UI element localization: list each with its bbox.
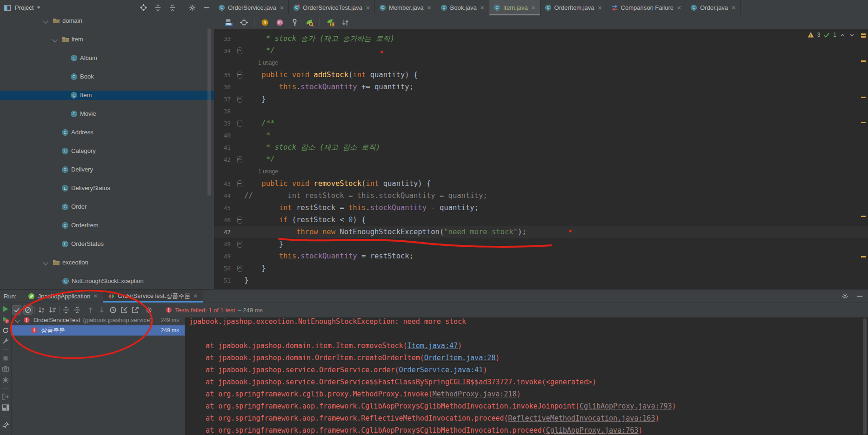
run-config-button[interactable] (1, 337, 10, 345)
tab-close-icon[interactable]: ✕ (366, 5, 370, 11)
chevron-down-icon[interactable] (15, 317, 20, 323)
prev-problem-icon[interactable] (840, 32, 846, 38)
warning-stripe-mark[interactable] (861, 36, 866, 38)
run-tab-1[interactable]: JpashopApplication✕ (23, 290, 103, 303)
editor-tab-orderitem-java[interactable]: COrderItem.java✕ (541, 0, 607, 15)
tree-item-album[interactable]: CAlbum (0, 53, 214, 63)
collapse-all-button[interactable] (167, 3, 177, 13)
editor-tab-orderservicetest-java[interactable]: COrderServiceTest.java✕ (289, 0, 375, 15)
auto-rerun-button[interactable] (1, 327, 10, 334)
ddl-button[interactable]: DDL (224, 18, 234, 27)
tab-close-icon[interactable]: ✕ (531, 5, 535, 11)
expand-all-button[interactable] (153, 3, 162, 13)
next-failed-button[interactable] (97, 305, 107, 315)
export-results-button[interactable] (131, 305, 140, 315)
warning-stripe-mark[interactable] (861, 60, 866, 62)
hide-button[interactable] (855, 291, 864, 301)
fold-marker-icon[interactable] (237, 96, 242, 103)
tree-item-orderstatus[interactable]: EOrderStatus (0, 239, 214, 249)
debug-bug-button[interactable] (1, 376, 10, 383)
stacktrace-link[interactable]: Item.java:47 (407, 342, 458, 350)
stacktrace-link[interactable]: OrderItem.java:28 (424, 354, 496, 362)
fold-marker-icon[interactable] (237, 180, 242, 187)
usage-hint[interactable]: 1 usage (214, 165, 868, 178)
tab-close-icon[interactable]: ✕ (193, 293, 198, 299)
sort-list-button[interactable] (48, 305, 57, 315)
tree-item-deliverystatus[interactable]: EDeliveryStatus (0, 184, 214, 193)
tree-item-address[interactable]: CAddress (0, 128, 214, 137)
console-scrollbar[interactable] (863, 318, 867, 435)
fold-marker-icon[interactable] (237, 47, 242, 54)
expand-all-button[interactable] (61, 305, 71, 315)
tab-close-icon[interactable]: ✕ (93, 293, 98, 299)
locate-button[interactable] (139, 3, 148, 13)
sort-alpha-button[interactable]: az (37, 305, 46, 315)
warning-stripe-mark[interactable] (861, 97, 866, 98)
method-button[interactable]: m (275, 18, 284, 27)
entity-table-button[interactable] (326, 18, 335, 27)
fold-marker-icon[interactable] (237, 120, 242, 127)
test-tree-item-2[interactable]: 상품주문249 ms (11, 325, 185, 336)
settings-button[interactable] (840, 291, 849, 301)
jpa-console-button[interactable] (239, 18, 248, 27)
jpql-search-button[interactable] (305, 18, 314, 27)
tab-close-icon[interactable]: ✕ (677, 5, 681, 11)
tab-close-icon[interactable]: ✕ (731, 5, 736, 11)
rerun-button[interactable] (1, 305, 10, 313)
chevron-down-icon[interactable] (37, 7, 40, 9)
attribute-button[interactable]: a (260, 18, 269, 27)
stacktrace-link[interactable]: CglibAopProxy.java:793 (580, 402, 672, 410)
rerun-failed-button[interactable] (1, 316, 10, 323)
layout-button[interactable] (1, 404, 10, 411)
editor-tab-order-java[interactable]: COrder.java✕ (686, 0, 741, 15)
fold-marker-icon[interactable] (237, 156, 242, 163)
chevron-down-icon[interactable] (43, 260, 48, 265)
tree-item-orderitem[interactable]: COrderItem (0, 221, 214, 230)
run-tab-2[interactable]: OrderServiceTest.상품주문✕ (103, 290, 203, 303)
stacktrace-link[interactable]: CglibAopProxy.java:763 (546, 426, 639, 435)
tree-item-notenoughstockexception[interactable]: CNotEnoughStockException (0, 277, 214, 286)
fold-marker-icon[interactable] (237, 72, 242, 79)
settings-button[interactable] (187, 3, 197, 13)
tab-close-icon[interactable]: ✕ (280, 5, 284, 11)
fold-marker-icon[interactable] (237, 217, 242, 224)
chevron-down-icon[interactable] (52, 37, 57, 42)
thread-dump-button[interactable] (1, 365, 10, 373)
test-console[interactable]: jpabook.jpashop.exceotion.NotEnoughStock… (185, 317, 868, 435)
fold-marker-icon[interactable] (237, 241, 242, 248)
tree-item-movie[interactable]: CMovie (0, 109, 214, 119)
sort-updown-button[interactable] (341, 18, 350, 27)
editor-tab-member-java[interactable]: CMember.java✕ (375, 0, 436, 15)
open-results-button[interactable] (1, 393, 10, 401)
code-editor[interactable]: 33 * stock 증가 (재고 증가하는 로직)34 */1 usage35… (214, 29, 868, 289)
editor-tab-book-java[interactable]: CBook.java✕ (436, 0, 489, 15)
tree-item-domain[interactable]: domain (0, 16, 214, 26)
warning-stripe-mark[interactable] (861, 216, 866, 217)
check-passed-button[interactable] (12, 305, 21, 315)
fold-marker-icon[interactable] (237, 265, 242, 272)
editor-tab-orderservice-java[interactable]: COrderService.java✕ (214, 0, 289, 15)
tab-close-icon[interactable]: ✕ (480, 5, 485, 11)
stacktrace-link[interactable]: OrderService.java:41 (399, 366, 483, 374)
stacktrace-link[interactable]: ReflectiveMethodInvocation.java:163 (508, 414, 655, 422)
prev-failed-button[interactable] (86, 305, 95, 315)
usage-hint[interactable]: 1 usage (214, 57, 868, 69)
tree-item-item[interactable]: item (0, 35, 214, 44)
inspection-widget[interactable]: 3 1 (808, 30, 855, 40)
tree-item-category[interactable]: CCategory (0, 146, 214, 156)
collapse-all-button[interactable] (73, 305, 82, 315)
test-tree-item-1[interactable]: OrderServiceTest(jpabook.jpashop.service… (11, 315, 185, 325)
tree-item-delivery[interactable]: CDelivery (0, 165, 214, 174)
settings-button[interactable] (144, 305, 154, 315)
editor-tab-item-java[interactable]: CItem.java✕ (489, 0, 541, 15)
project-tree-scrollbar[interactable] (207, 28, 211, 196)
stacktrace-link[interactable]: MethodProxy.java:218 (433, 390, 517, 398)
tree-item-order[interactable]: COrder (0, 202, 214, 211)
ignore-button[interactable] (23, 305, 33, 315)
tab-close-icon[interactable]: ✕ (598, 5, 602, 11)
key-button[interactable] (290, 18, 299, 27)
tab-close-icon[interactable]: ✕ (427, 5, 431, 11)
tree-item-book[interactable]: CBook (0, 72, 214, 81)
tree-item-item[interactable]: CItem (0, 91, 214, 100)
stop-button[interactable] (1, 355, 10, 362)
